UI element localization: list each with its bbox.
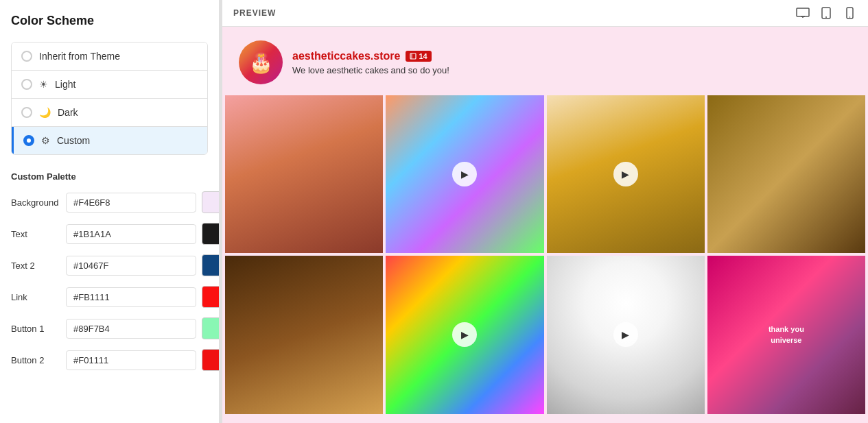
scheme-option-dark[interactable]: 🌙 Dark xyxy=(12,99,207,127)
palette-input-wrap-text2 xyxy=(66,254,220,276)
play-button-2: ▶ xyxy=(452,162,477,186)
radio-dark xyxy=(21,107,32,118)
palette-label-link: Link xyxy=(11,292,66,302)
palette-swatch-text2[interactable] xyxy=(202,254,220,276)
palette-hex-text2[interactable] xyxy=(66,256,196,276)
panel-title: Color Scheme xyxy=(11,14,208,28)
palette-hex-link[interactable] xyxy=(66,287,196,307)
post-count: 14 xyxy=(419,52,427,60)
tablet-icon[interactable] xyxy=(819,5,834,21)
palette-row-button2: Button 2 xyxy=(11,349,208,371)
palette-swatch-button2[interactable] xyxy=(202,349,220,371)
instagram-preview: 🎂 aestheticcakes.store 14 We love aesthe… xyxy=(222,27,868,423)
ig-footer: Load More Posts Follow Aesthetic Cakes o… xyxy=(222,414,868,424)
radio-custom xyxy=(23,135,34,146)
grid-item-2[interactable]: ▶ xyxy=(386,95,543,253)
palette-swatch-background[interactable] xyxy=(202,191,220,213)
device-icons xyxy=(795,5,857,21)
ig-profile-info: aestheticcakes.store 14 We love aestheti… xyxy=(292,50,852,75)
palette-hex-button1[interactable] xyxy=(66,319,196,339)
scheme-option-custom[interactable]: ⚙ Custom xyxy=(12,127,207,154)
ig-profile: 🎂 aestheticcakes.store 14 We love aesthe… xyxy=(222,27,868,95)
desktop-icon[interactable] xyxy=(795,5,810,21)
mobile-icon[interactable] xyxy=(842,5,857,21)
palette-row-button1: Button 1 xyxy=(11,317,208,339)
palette-row-link: Link xyxy=(11,286,208,308)
radio-inherit xyxy=(21,51,32,62)
scheme-option-light[interactable]: ☀ Light xyxy=(12,71,207,99)
play-button-6: ▶ xyxy=(452,322,477,347)
avatar: 🎂 xyxy=(239,40,283,84)
preview-header: PREVIEW xyxy=(222,0,868,27)
grid-item-3[interactable]: ▶ xyxy=(547,95,705,253)
ig-post-count-badge: 14 xyxy=(406,51,431,62)
palette-row-background: Background xyxy=(11,191,208,213)
preview-label: PREVIEW xyxy=(233,8,276,18)
right-panel: PREVIEW 🎂 aestheticcakes.store 14 xyxy=(222,0,868,423)
palette-label-button1: Button 1 xyxy=(11,324,66,334)
cake-text: thank youuniverse xyxy=(769,324,804,346)
ig-grid: ▶ ▶ ▶ ▶ thank youuniverse xyxy=(222,95,868,414)
radio-light xyxy=(21,79,32,90)
scheme-option-inherit[interactable]: Inherit from Theme xyxy=(12,43,207,71)
palette-input-wrap-background xyxy=(66,191,220,213)
grid-item-4[interactable] xyxy=(707,95,865,253)
palette-input-wrap-button2 xyxy=(66,349,220,371)
palette-label-text2: Text 2 xyxy=(11,261,66,271)
play-button-3: ▶ xyxy=(613,162,638,186)
palette-swatch-text[interactable] xyxy=(202,223,220,245)
moon-icon: 🌙 xyxy=(39,107,51,118)
palette-hex-background[interactable] xyxy=(66,193,196,213)
grid-item-8[interactable]: thank youuniverse xyxy=(707,256,865,413)
svg-rect-7 xyxy=(410,53,416,59)
scheme-label-dark: Dark xyxy=(58,107,78,118)
scheme-label-custom: Custom xyxy=(57,135,90,146)
scheme-label-inherit: Inherit from Theme xyxy=(39,51,120,62)
grid-item-5[interactable] xyxy=(225,256,383,413)
palette-hex-text[interactable] xyxy=(66,224,196,244)
ig-bio: We love aesthetic cakes and so do you! xyxy=(292,65,852,75)
svg-rect-0 xyxy=(797,8,809,16)
palette-title: Custom Palette xyxy=(11,171,208,182)
ig-username: aestheticcakes.store xyxy=(292,50,400,62)
sun-icon: ☀ xyxy=(39,79,48,90)
palette-hex-button2[interactable] xyxy=(66,350,196,370)
palette-label-background: Background xyxy=(11,197,66,208)
palette-input-wrap-button1 xyxy=(66,317,220,339)
palette-swatch-button1[interactable] xyxy=(202,317,220,339)
palette-input-wrap-text xyxy=(66,223,220,245)
palette-label-text: Text xyxy=(11,229,66,239)
grid-item-1[interactable] xyxy=(225,95,383,253)
ig-username-row: aestheticcakes.store 14 xyxy=(292,50,852,62)
svg-point-4 xyxy=(825,16,827,18)
color-scheme-options: Inherit from Theme ☀ Light 🌙 Dark ⚙ Cust… xyxy=(11,42,208,155)
left-panel: Color Scheme Inherit from Theme ☀ Light … xyxy=(0,0,220,423)
play-button-7: ▶ xyxy=(613,322,638,347)
grid-item-6[interactable]: ▶ xyxy=(386,256,543,413)
palette-row-text: Text xyxy=(11,223,208,245)
grid-item-7[interactable]: ▶ xyxy=(547,256,705,413)
gear-icon: ⚙ xyxy=(41,135,50,146)
palette-label-button2: Button 2 xyxy=(11,355,66,365)
scheme-label-light: Light xyxy=(55,79,75,90)
palette-input-wrap-link xyxy=(66,286,220,308)
palette-swatch-link[interactable] xyxy=(202,286,220,308)
svg-point-6 xyxy=(849,16,850,18)
palette-row-text2: Text 2 xyxy=(11,254,208,276)
